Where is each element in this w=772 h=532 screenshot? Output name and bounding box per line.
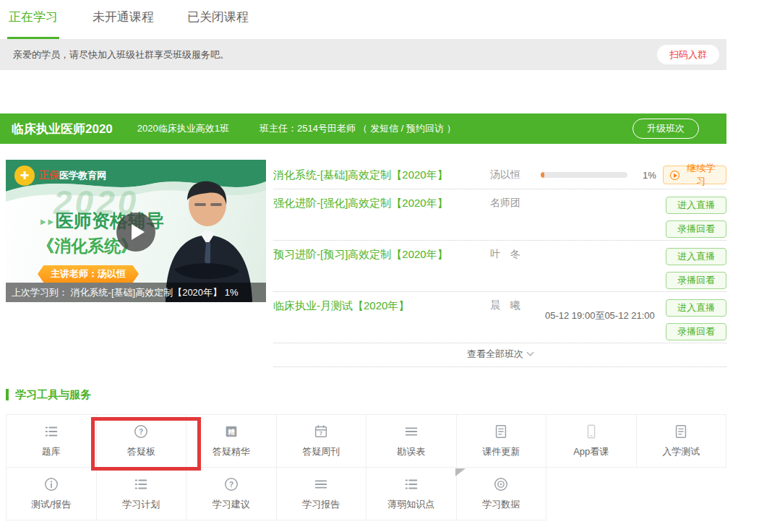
brand-name-part1: 正保 xyxy=(39,169,59,182)
notice-text: 亲爱的学员，请尽快加入班级社群享受班级服务吧。 xyxy=(13,48,657,61)
replay-button[interactable]: 录播回看 xyxy=(666,220,726,238)
tool-study-data[interactable]: 学习数据 xyxy=(457,468,547,520)
phone-icon xyxy=(583,424,599,439)
tool-study-report[interactable]: 学习报告 xyxy=(277,468,367,520)
svg-text:?: ? xyxy=(229,481,233,489)
svg-text:?: ? xyxy=(139,428,143,436)
corner-triangle-marker xyxy=(455,468,466,476)
course-title-link[interactable]: 强化进阶-[强化]高效定制【2020年】 xyxy=(273,197,490,210)
course-title-link[interactable]: 消化系统-[基础]高效定制【2020年】 xyxy=(273,168,490,182)
tools-grid: 题库 ? 答疑板 精 答疑精华 7 答疑周刊 勘误表 课件更新 App看课 入学… xyxy=(6,414,726,520)
course-teacher: 名师团 xyxy=(490,197,541,210)
class-header: 临床执业医师2020 2020临床执业高效1班 班主任：2514号田老师 （ 发… xyxy=(0,113,726,144)
course-row: 临床执业-月测试【2020年】 晨 曦 05-12 19:00至05-12 21… xyxy=(273,292,726,343)
tool-question-bank[interactable]: 题库 xyxy=(7,415,97,468)
play-button-icon[interactable] xyxy=(116,213,155,252)
info-icon xyxy=(43,476,59,492)
page: 正在学习 未开通课程 已关闭课程 亲爱的学员，请尽快加入班级社群享受班级服务吧。… xyxy=(0,0,772,532)
enter-live-button[interactable]: 进入直播 xyxy=(666,248,726,265)
view-all-classes-link[interactable]: 查看全部班次 xyxy=(273,343,726,366)
tool-courseware-update[interactable]: 课件更新 xyxy=(457,415,547,468)
tool-qa-highlights[interactable]: 精 答疑精华 xyxy=(186,415,277,468)
brand-logo-area: 正保 医学教育网 xyxy=(14,166,106,186)
class-title: 临床执业医师2020 xyxy=(12,121,113,137)
target-icon xyxy=(493,476,509,492)
progress-bar xyxy=(541,172,627,178)
course-title-link[interactable]: 预习进阶-[预习]高效定制【2020年】 xyxy=(273,248,490,262)
notice-bar: 亲爱的学员，请尽快加入班级社群享受班级服务吧。 扫码入群 xyxy=(0,39,726,70)
tool-weak-points[interactable]: 薄弱知识点 xyxy=(366,468,457,520)
course-tabs: 正在学习 未开通课程 已关闭课程 xyxy=(0,0,772,39)
jing-badge-icon: 精 xyxy=(223,424,239,439)
teacher-ribbon-badge: 主讲老师：汤以恒 xyxy=(38,265,139,283)
class-name: 2020临床执业高效1班 xyxy=(137,122,229,135)
replay-button[interactable]: 录播回看 xyxy=(666,272,726,289)
brand-flower-icon xyxy=(14,166,35,186)
course-row: 强化进阶-[强化]高效定制【2020年】 名师团 进入直播 录播回看 xyxy=(273,189,726,240)
upgrade-class-button[interactable]: 升级班次 xyxy=(632,119,699,139)
enter-live-button[interactable]: 进入直播 xyxy=(666,299,726,317)
progress-fill xyxy=(541,172,544,178)
list-icon xyxy=(43,424,59,439)
document-icon xyxy=(673,424,689,439)
tools-section-title: 学习工具与服务 xyxy=(6,389,772,400)
tool-qa-weekly[interactable]: 7 答疑周刊 xyxy=(277,415,367,468)
list-icon xyxy=(403,476,419,492)
tool-qa-board[interactable]: ? 答疑板 xyxy=(97,415,187,468)
document-icon xyxy=(493,424,509,439)
progress-percent: 1% xyxy=(643,170,656,181)
course-teacher: 晨 曦 xyxy=(490,299,541,312)
lines-icon xyxy=(313,476,329,492)
calendar-icon: 7 xyxy=(313,424,329,439)
row-divider xyxy=(273,366,726,367)
question-icon: ? xyxy=(223,476,239,492)
tool-study-plan[interactable]: 学习计划 xyxy=(97,468,187,520)
tab-learning[interactable]: 正在学习 xyxy=(7,9,59,39)
tab-closed[interactable]: 已关闭课程 xyxy=(187,9,249,39)
tool-entrance-test[interactable]: 入学测试 xyxy=(637,415,727,468)
list-icon xyxy=(133,476,149,492)
live-time-range: 05-12 19:00至05-12 21:00 xyxy=(541,309,655,322)
last-watched-caption: 上次学习到： 消化系统-[基础]高效定制【2020年】 1% xyxy=(6,283,266,302)
main-content: 正保 医学教育网 2020 医师资格辅导 《消化系统》 主讲老师：汤以恒 上次学… xyxy=(6,160,772,367)
tab-not-opened[interactable]: 未开通课程 xyxy=(93,9,154,39)
svg-text:7: 7 xyxy=(319,430,322,437)
replay-button[interactable]: 录播回看 xyxy=(666,323,726,340)
course-teacher: 汤以恒 xyxy=(490,168,541,181)
empty-cell xyxy=(546,468,637,520)
tool-test-report[interactable]: 测试/报告 xyxy=(7,468,97,520)
chevron-down-icon xyxy=(527,349,534,356)
scan-qr-join-group-button[interactable]: 扫码入群 xyxy=(657,45,719,64)
enter-live-button[interactable]: 进入直播 xyxy=(666,197,726,214)
course-teacher: 叶 冬 xyxy=(490,248,541,261)
video-thumbnail[interactable]: 正保 医学教育网 2020 医师资格辅导 《消化系统》 主讲老师：汤以恒 上次学… xyxy=(6,160,266,302)
brand-name-part2: 医学教育网 xyxy=(59,169,106,182)
tool-study-advice[interactable]: ? 学习建议 xyxy=(186,468,277,520)
play-circle-icon xyxy=(670,171,679,180)
tool-errata[interactable]: 勘误表 xyxy=(366,415,457,468)
course-row: 消化系统-[基础]高效定制【2020年】 汤以恒 1% 继续学习 xyxy=(273,160,726,189)
empty-cell xyxy=(637,468,727,520)
course-row: 预习进阶-[预习]高效定制【2020年】 叶 冬 进入直播 录播回看 xyxy=(273,241,726,291)
tool-app-viewing[interactable]: App看课 xyxy=(546,415,637,468)
lines-icon xyxy=(403,424,419,439)
continue-learning-button[interactable]: 继续学习 xyxy=(663,166,726,184)
course-list: 消化系统-[基础]高效定制【2020年】 汤以恒 1% 继续学习 强化进阶-[强… xyxy=(273,160,726,367)
course-title-link[interactable]: 临床执业-月测试【2020年】 xyxy=(273,299,490,313)
svg-text:精: 精 xyxy=(227,428,235,436)
question-icon: ? xyxy=(133,424,149,439)
class-advisor[interactable]: 班主任：2514号田老师 （ 发短信 / 预约回访 ） xyxy=(260,122,632,135)
